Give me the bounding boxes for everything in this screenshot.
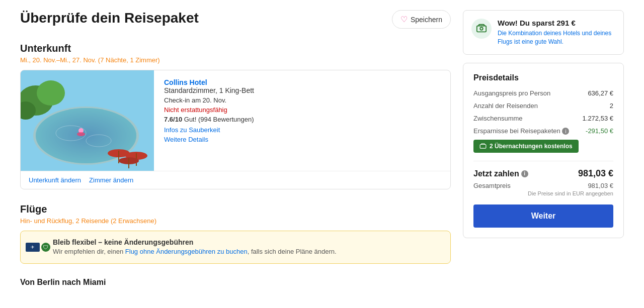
change-room-link[interactable]: Zimmer ändern bbox=[89, 176, 133, 184]
save-button-label: Speichern bbox=[411, 16, 442, 24]
flex-notice-link[interactable]: Flug ohne Änderungsgebühren zu buchen bbox=[125, 248, 248, 255]
savings-badge: 2 Übernachtungen kostenlos bbox=[473, 140, 579, 153]
weiter-button[interactable]: Weiter bbox=[473, 204, 613, 228]
savings-title: Wow! Du sparst 291 € bbox=[498, 19, 615, 27]
flights-subtitle: Hin- und Rückflug, 2 Reisende (2 Erwachs… bbox=[20, 217, 451, 225]
heart-icon: ♡ bbox=[400, 15, 408, 24]
savings-badge-label: 2 Übernachtungen kostenlos bbox=[490, 143, 573, 150]
price-card-title: Preisdetails bbox=[473, 73, 613, 82]
hotel-refund-policy: Nicht erstattungsfähig bbox=[164, 106, 440, 114]
hotel-details: Collins Hotel Standardzimmer, 1 King-Bet… bbox=[154, 70, 450, 171]
pay-now-label: Jetzt zahlen i bbox=[473, 169, 528, 178]
accommodation-actions: Unterkunft ändern Zimmer ändern bbox=[21, 171, 450, 189]
pay-section: Jetzt zahlen i 981,03 € Gesamtpreis 981,… bbox=[473, 161, 613, 196]
price-row-1: Ausgangspreis pro Person 636,27 € bbox=[473, 89, 613, 97]
change-accommodation-link[interactable]: Unterkunft ändern bbox=[29, 176, 81, 184]
price-row-3: Zwischensumme 1.272,53 € bbox=[473, 115, 613, 122]
flex-notice-title: Bleib flexibel – keine Änderungsgebühren bbox=[53, 238, 442, 246]
svg-point-5 bbox=[37, 80, 65, 106]
savings-info-icon[interactable]: i bbox=[562, 128, 569, 135]
flex-notice-desc-text: Wir empfehlen dir, einen bbox=[53, 248, 125, 255]
price-value-1: 636,27 € bbox=[588, 89, 613, 97]
svg-point-18 bbox=[480, 27, 483, 30]
total-row: Gesamtpreis 981,03 € bbox=[473, 182, 613, 189]
flights-title: Flüge bbox=[20, 203, 451, 215]
accommodation-subtitle: Mi., 20. Nov.–Mi., 27. Nov. (7 Nächte, 1… bbox=[20, 56, 451, 64]
page-title: Überprüfe dein Reisepaket bbox=[20, 10, 199, 26]
details-link[interactable]: Weitere Details bbox=[164, 136, 440, 143]
pay-row: Jetzt zahlen i 981,03 € bbox=[473, 168, 613, 179]
sidebar: Wow! Du sparst 291 € Die Kombination dei… bbox=[463, 10, 624, 291]
flights-section: Flüge Hin- und Rückflug, 2 Reisende (2 E… bbox=[20, 203, 451, 291]
flex-notice-desc: Wir empfehlen dir, einen Flug ohne Änder… bbox=[53, 248, 442, 255]
price-value-2: 2 bbox=[610, 102, 613, 110]
hotel-rating-label: Gut! bbox=[184, 116, 197, 123]
hotel-image bbox=[21, 70, 154, 171]
svg-rect-17 bbox=[477, 26, 486, 32]
price-row-savings: Ersparnisse bei Reisepaketen i -291,50 € bbox=[473, 127, 613, 135]
accommodation-section: Unterkunft Mi., 20. Nov.–Mi., 27. Nov. (… bbox=[20, 43, 451, 189]
svg-rect-19 bbox=[480, 145, 486, 149]
hotel-room-type: Standardzimmer, 1 King-Bett bbox=[164, 86, 440, 94]
hotel-checkin: Check-in am 20. Nov. bbox=[164, 96, 440, 104]
hotel-rating: 7.6/10 Gut! (994 Bewertungen) bbox=[164, 116, 440, 123]
savings-icon bbox=[471, 19, 492, 39]
route-section-title: Von Berlin nach Miami bbox=[20, 272, 451, 291]
page-header: Überprüfe dein Reisepaket ♡ Speichern bbox=[20, 10, 451, 29]
savings-desc: Die Kombination deines Hotels und deines… bbox=[498, 29, 615, 46]
save-button[interactable]: ♡ Speichern bbox=[392, 10, 451, 29]
hotel-reviews: (994 Bewertungen) bbox=[198, 116, 254, 123]
cleanliness-link[interactable]: Infos zu Sauberkeit bbox=[164, 126, 440, 134]
savings-card: Wow! Du sparst 291 € Die Kombination dei… bbox=[463, 10, 624, 55]
flex-notice: ✈ 🛡 Bleib flexibel – keine Änderungsgebü… bbox=[20, 231, 451, 264]
price-row-2: Anzahl der Reisenden 2 bbox=[473, 102, 613, 110]
total-note: Die Preise sind in EUR angegeben bbox=[473, 190, 613, 196]
flex-notice-desc-text2: , falls sich deine Pläne ändern. bbox=[248, 248, 337, 255]
total-amount: 981,03 € bbox=[588, 182, 613, 189]
price-value-3: 1.272,53 € bbox=[583, 115, 613, 122]
price-label-1: Ausgangspreis pro Person bbox=[473, 89, 550, 97]
badge-icon bbox=[479, 143, 487, 150]
price-label-savings: Ersparnisse bei Reisepaketen i bbox=[473, 127, 569, 135]
price-label-3: Zwischensumme bbox=[473, 115, 523, 122]
accommodation-card: Collins Hotel Standardzimmer, 1 King-Bet… bbox=[20, 70, 451, 189]
total-label: Gesamtpreis bbox=[473, 182, 511, 189]
hotel-rating-score: 7.6/10 bbox=[164, 116, 182, 123]
price-card: Preisdetails Ausgangspreis pro Person 63… bbox=[463, 63, 624, 239]
price-label-2: Anzahl der Reisenden bbox=[473, 102, 538, 110]
flex-notice-text: Bleib flexibel – keine Änderungsgebühren… bbox=[53, 238, 442, 255]
svg-point-16 bbox=[77, 132, 85, 136]
pay-now-amount: 981,03 € bbox=[578, 168, 613, 179]
accommodation-title: Unterkunft bbox=[20, 43, 451, 54]
hotel-name-link[interactable]: Collins Hotel bbox=[164, 78, 207, 86]
price-value-savings: -291,50 € bbox=[586, 127, 613, 135]
savings-text: Wow! Du sparst 291 € Die Kombination dei… bbox=[498, 19, 615, 46]
pay-info-icon[interactable]: i bbox=[521, 170, 528, 177]
flex-notice-icon: ✈ 🛡 bbox=[29, 238, 47, 256]
